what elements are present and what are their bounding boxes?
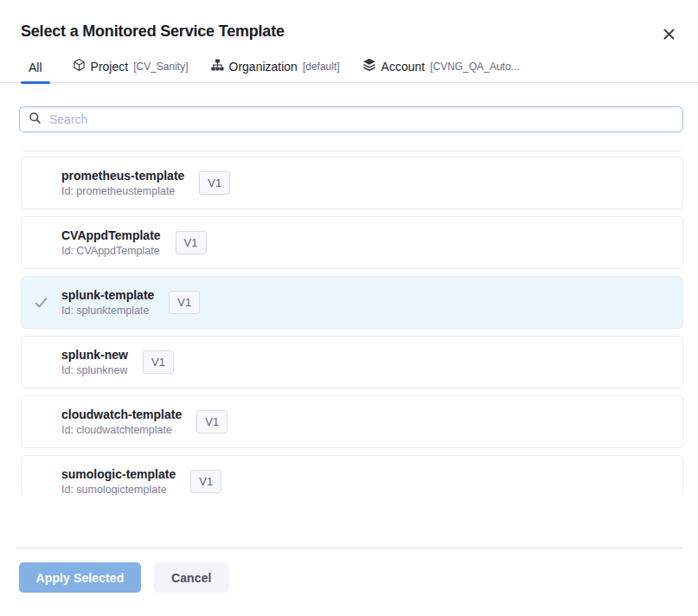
template-id: Id: sumologictemplate <box>61 484 176 495</box>
tab-project[interactable]: Project [CV_Sanity] <box>73 58 189 82</box>
footer-divider <box>16 548 683 549</box>
hierarchy-icon <box>211 59 224 74</box>
version-badge: V1 <box>199 171 230 195</box>
cancel-button[interactable]: Cancel <box>154 562 229 593</box>
template-list-item[interactable]: sumologic-template Id: sumologictemplate… <box>21 455 683 495</box>
tab-organization-scope: [default] <box>303 61 340 73</box>
version-badge: V1 <box>190 470 221 493</box>
template-id: Id: CVAppdTemplate <box>61 245 161 257</box>
template-id: Id: prometheustemplate <box>61 185 184 197</box>
tab-account[interactable]: Account [CVNG_QA_Auto... <box>362 58 520 82</box>
tab-organization-label: Organization <box>229 60 298 74</box>
template-list[interactable]: prometheus-template Id: prometheustempla… <box>21 151 683 495</box>
tab-all[interactable]: All <box>21 61 50 82</box>
template-text: splunk-template Id: splunktemplate <box>61 288 154 317</box>
modal-header: Select a Monitored Service Template <box>0 0 698 41</box>
template-id: Id: splunknew <box>61 364 128 376</box>
template-name: splunk-new <box>61 348 128 362</box>
template-name: sumologic-template <box>61 467 176 481</box>
template-id: Id: cloudwatchtemplate <box>61 424 182 436</box>
template-list-item[interactable]: CVAppdTemplate Id: CVAppdTemplate V1 <box>21 216 683 269</box>
template-name: CVAppdTemplate <box>61 228 161 242</box>
template-text: cloudwatch-template Id: cloudwatchtempla… <box>61 407 182 436</box>
tab-account-label: Account <box>381 60 426 74</box>
tab-organization[interactable]: Organization [default] <box>211 59 340 82</box>
tab-project-scope: [CV_Sanity] <box>133 61 188 73</box>
version-badge: V1 <box>169 291 200 314</box>
version-badge: V1 <box>143 350 174 374</box>
select-template-modal: Select a Monitored Service Template All … <box>0 0 698 616</box>
check-icon <box>35 297 48 308</box>
version-badge: V1 <box>176 231 207 254</box>
template-id: Id: splunktemplate <box>61 305 154 317</box>
version-badge: V1 <box>196 410 227 433</box>
template-text: splunk-new Id: splunknew <box>61 348 128 376</box>
close-icon[interactable] <box>660 25 677 42</box>
template-list-item[interactable]: splunk-template Id: splunktemplate V1 <box>21 276 683 329</box>
apply-selected-button[interactable]: Apply Selected <box>19 562 141 593</box>
template-list-item[interactable]: prometheus-template Id: prometheustempla… <box>21 157 683 209</box>
template-list-item[interactable]: splunk-new Id: splunknew V1 <box>21 336 683 388</box>
template-name: prometheus-template <box>61 169 184 183</box>
template-list-item[interactable]: cloudwatch-template Id: cloudwatchtempla… <box>21 395 683 448</box>
template-name: splunk-template <box>61 288 154 302</box>
modal-footer: Apply Selected Cancel <box>19 562 698 593</box>
layers-icon <box>362 58 376 74</box>
template-name: cloudwatch-template <box>61 407 182 421</box>
template-text: CVAppdTemplate Id: CVAppdTemplate <box>61 228 161 257</box>
search-input[interactable] <box>49 112 674 126</box>
template-text: sumologic-template Id: sumologictemplate <box>61 467 176 495</box>
tab-all-label: All <box>29 61 42 74</box>
list-divider <box>23 151 681 151</box>
modal-title: Select a Monitored Service Template <box>21 22 677 41</box>
cube-icon <box>73 58 86 74</box>
scope-tabs: All Project [CV_Sanity] <box>0 58 698 83</box>
template-text: prometheus-template Id: prometheustempla… <box>61 169 184 197</box>
search-box <box>19 106 683 132</box>
tab-project-label: Project <box>91 60 129 74</box>
tab-account-scope: [CVNG_QA_Auto... <box>430 61 519 73</box>
search-icon <box>29 112 49 128</box>
